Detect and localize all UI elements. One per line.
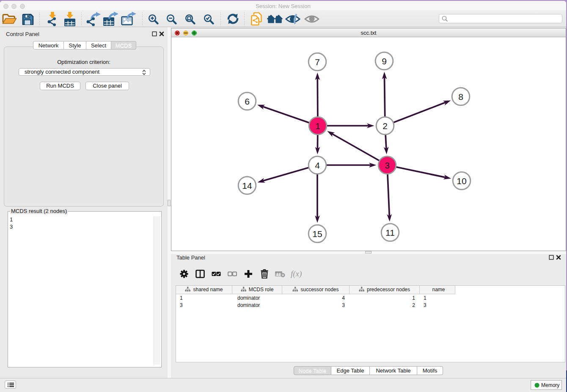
svg-text:7: 7 [315,57,320,67]
svg-text:15: 15 [312,229,322,239]
svg-text:2: 2 [383,121,388,131]
svg-text:9: 9 [382,56,387,66]
svg-text:8: 8 [458,92,463,102]
svg-text:10: 10 [457,176,466,186]
svg-text:14: 14 [242,181,252,190]
svg-text:6: 6 [245,97,250,106]
svg-text:4: 4 [315,160,320,170]
svg-text:11: 11 [385,228,395,237]
svg-text:1: 1 [315,121,320,131]
svg-text:3: 3 [385,160,390,170]
